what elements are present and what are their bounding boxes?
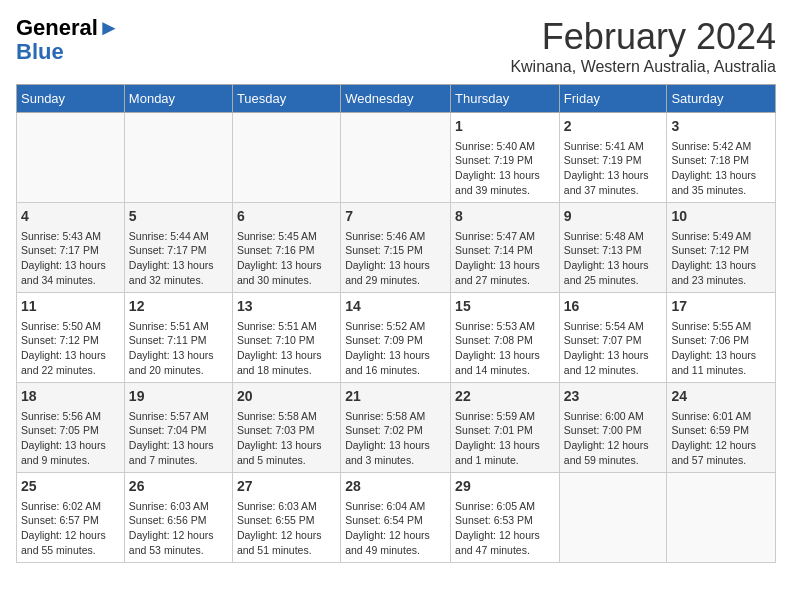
- day-info: Sunrise: 5:46 AM: [345, 229, 446, 244]
- main-title: February 2024: [510, 16, 776, 58]
- day-info: and 35 minutes.: [671, 183, 771, 198]
- day-info: Sunset: 7:17 PM: [129, 243, 228, 258]
- day-info: Daylight: 13 hours: [564, 168, 663, 183]
- day-info: Sunset: 7:14 PM: [455, 243, 555, 258]
- header-sunday: Sunday: [17, 85, 125, 113]
- calendar-cell: 18Sunrise: 5:56 AMSunset: 7:05 PMDayligh…: [17, 383, 125, 473]
- day-info: and 30 minutes.: [237, 273, 336, 288]
- day-info: Daylight: 13 hours: [237, 438, 336, 453]
- day-info: Sunrise: 5:45 AM: [237, 229, 336, 244]
- day-info: and 49 minutes.: [345, 543, 446, 558]
- day-info: Sunset: 7:09 PM: [345, 333, 446, 348]
- day-info: and 53 minutes.: [129, 543, 228, 558]
- day-info: Sunrise: 6:04 AM: [345, 499, 446, 514]
- calendar-cell: 25Sunrise: 6:02 AMSunset: 6:57 PMDayligh…: [17, 473, 125, 563]
- day-number: 11: [21, 297, 120, 317]
- day-info: and 5 minutes.: [237, 453, 336, 468]
- day-info: Daylight: 13 hours: [21, 258, 120, 273]
- day-number: 13: [237, 297, 336, 317]
- day-info: Sunrise: 6:05 AM: [455, 499, 555, 514]
- day-number: 4: [21, 207, 120, 227]
- calendar-cell: 2Sunrise: 5:41 AMSunset: 7:19 PMDaylight…: [559, 113, 667, 203]
- day-number: 24: [671, 387, 771, 407]
- calendar-cell: 27Sunrise: 6:03 AMSunset: 6:55 PMDayligh…: [232, 473, 340, 563]
- day-info: Sunset: 6:56 PM: [129, 513, 228, 528]
- day-info: Sunset: 7:13 PM: [564, 243, 663, 258]
- day-info: Sunrise: 5:58 AM: [237, 409, 336, 424]
- calendar-cell: 7Sunrise: 5:46 AMSunset: 7:15 PMDaylight…: [341, 203, 451, 293]
- day-info: Sunrise: 5:58 AM: [345, 409, 446, 424]
- day-info: Sunset: 6:57 PM: [21, 513, 120, 528]
- day-number: 23: [564, 387, 663, 407]
- day-info: Daylight: 12 hours: [564, 438, 663, 453]
- calendar-cell: 17Sunrise: 5:55 AMSunset: 7:06 PMDayligh…: [667, 293, 776, 383]
- title-block: February 2024 Kwinana, Western Australia…: [510, 16, 776, 76]
- day-number: 26: [129, 477, 228, 497]
- day-number: 10: [671, 207, 771, 227]
- calendar-cell: 15Sunrise: 5:53 AMSunset: 7:08 PMDayligh…: [451, 293, 560, 383]
- day-info: Sunrise: 5:52 AM: [345, 319, 446, 334]
- day-info: Sunrise: 5:53 AM: [455, 319, 555, 334]
- calendar-cell: 22Sunrise: 5:59 AMSunset: 7:01 PMDayligh…: [451, 383, 560, 473]
- calendar-week-row: 11Sunrise: 5:50 AMSunset: 7:12 PMDayligh…: [17, 293, 776, 383]
- day-number: 19: [129, 387, 228, 407]
- calendar-cell: 19Sunrise: 5:57 AMSunset: 7:04 PMDayligh…: [124, 383, 232, 473]
- day-info: Sunrise: 5:49 AM: [671, 229, 771, 244]
- calendar-cell: 5Sunrise: 5:44 AMSunset: 7:17 PMDaylight…: [124, 203, 232, 293]
- day-info: Sunset: 7:16 PM: [237, 243, 336, 258]
- day-info: Daylight: 13 hours: [129, 438, 228, 453]
- day-info: and 14 minutes.: [455, 363, 555, 378]
- day-number: 1: [455, 117, 555, 137]
- day-info: Sunrise: 5:48 AM: [564, 229, 663, 244]
- day-info: and 23 minutes.: [671, 273, 771, 288]
- day-info: Daylight: 12 hours: [671, 438, 771, 453]
- subtitle: Kwinana, Western Australia, Australia: [510, 58, 776, 76]
- day-info: Sunrise: 5:54 AM: [564, 319, 663, 334]
- day-info: Daylight: 13 hours: [345, 438, 446, 453]
- day-info: Daylight: 13 hours: [21, 348, 120, 363]
- day-info: and 12 minutes.: [564, 363, 663, 378]
- day-info: and 32 minutes.: [129, 273, 228, 288]
- day-info: Sunrise: 5:57 AM: [129, 409, 228, 424]
- day-info: Daylight: 13 hours: [455, 168, 555, 183]
- day-number: 9: [564, 207, 663, 227]
- day-info: and 55 minutes.: [21, 543, 120, 558]
- calendar-cell: 14Sunrise: 5:52 AMSunset: 7:09 PMDayligh…: [341, 293, 451, 383]
- day-info: Sunrise: 5:40 AM: [455, 139, 555, 154]
- day-number: 22: [455, 387, 555, 407]
- calendar-cell: [667, 473, 776, 563]
- day-info: and 51 minutes.: [237, 543, 336, 558]
- day-info: and 7 minutes.: [129, 453, 228, 468]
- calendar-cell: 24Sunrise: 6:01 AMSunset: 6:59 PMDayligh…: [667, 383, 776, 473]
- day-info: Daylight: 13 hours: [129, 258, 228, 273]
- day-info: and 18 minutes.: [237, 363, 336, 378]
- calendar-cell: 6Sunrise: 5:45 AMSunset: 7:16 PMDaylight…: [232, 203, 340, 293]
- day-info: Daylight: 13 hours: [455, 348, 555, 363]
- day-number: 2: [564, 117, 663, 137]
- day-number: 14: [345, 297, 446, 317]
- day-info: Daylight: 13 hours: [237, 258, 336, 273]
- day-info: Sunset: 7:04 PM: [129, 423, 228, 438]
- day-info: Sunrise: 5:55 AM: [671, 319, 771, 334]
- day-info: Sunrise: 6:03 AM: [129, 499, 228, 514]
- page-header: General► Blue February 2024 Kwinana, Wes…: [16, 16, 776, 76]
- day-info: Daylight: 13 hours: [345, 258, 446, 273]
- day-number: 7: [345, 207, 446, 227]
- day-info: Sunset: 7:18 PM: [671, 153, 771, 168]
- header-thursday: Thursday: [451, 85, 560, 113]
- day-info: and 39 minutes.: [455, 183, 555, 198]
- calendar-week-row: 4Sunrise: 5:43 AMSunset: 7:17 PMDaylight…: [17, 203, 776, 293]
- calendar-week-row: 18Sunrise: 5:56 AMSunset: 7:05 PMDayligh…: [17, 383, 776, 473]
- day-info: and 29 minutes.: [345, 273, 446, 288]
- logo-general: General: [16, 15, 98, 40]
- day-info: Daylight: 13 hours: [455, 258, 555, 273]
- day-number: 6: [237, 207, 336, 227]
- calendar-header-row: SundayMondayTuesdayWednesdayThursdayFrid…: [17, 85, 776, 113]
- day-info: Sunrise: 5:51 AM: [129, 319, 228, 334]
- day-number: 8: [455, 207, 555, 227]
- day-info: Sunrise: 5:44 AM: [129, 229, 228, 244]
- day-info: Sunrise: 6:02 AM: [21, 499, 120, 514]
- day-info: Sunrise: 6:01 AM: [671, 409, 771, 424]
- calendar-cell: 13Sunrise: 5:51 AMSunset: 7:10 PMDayligh…: [232, 293, 340, 383]
- day-number: 3: [671, 117, 771, 137]
